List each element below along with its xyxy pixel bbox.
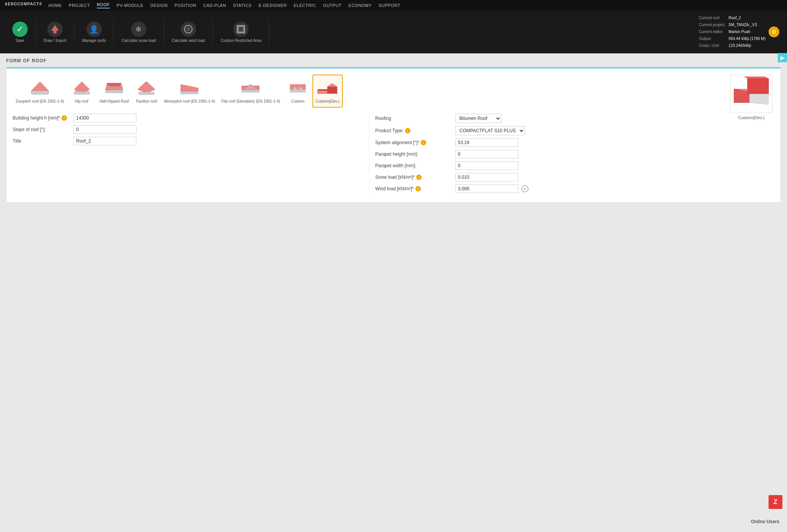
svg-marker-13 <box>138 81 155 93</box>
top-navigation: AEROCOMPACT® HOME PROJECT ROOF PV-MODULE… <box>0 0 787 11</box>
draw-import-button[interactable]: Draw / Import <box>36 19 75 45</box>
svg-marker-27 <box>327 83 337 86</box>
svg-rect-23 <box>299 87 302 89</box>
snow-load-input[interactable] <box>455 173 518 181</box>
roof-type-custom-elev[interactable]: Custom(Elev.) <box>312 75 343 108</box>
custom-restricted-area-label: Custom Restricted Area <box>221 38 261 43</box>
building-height-row: Building height h [mm]* i <box>13 114 360 122</box>
hip-label: Hip roof <box>75 99 88 104</box>
parapet-width-label: Parapet width [mm]: <box>375 163 452 168</box>
nav-output[interactable]: OUTPUT <box>323 3 342 8</box>
title-input[interactable] <box>73 137 136 145</box>
manage-roofs-button[interactable]: 👤 Manage roofs <box>75 19 114 45</box>
svg-rect-20 <box>290 85 306 90</box>
parapet-width-row: Parapet width [mm]: <box>375 161 722 170</box>
duopitch-label: Duopitch roof (EN 1991-1-4) <box>16 99 64 104</box>
save-icon: ✓ <box>12 22 28 37</box>
title-label: Title <box>13 138 70 144</box>
info-panel: Current roof Current project: Current ed… <box>696 13 782 51</box>
roof-type-flat[interactable]: Flat roof (Elevation) (EN 1991-1-4) <box>218 75 283 108</box>
svg-marker-35 <box>747 78 769 94</box>
nav-roof[interactable]: ROOF <box>97 2 110 8</box>
wind-load-input[interactable] <box>455 185 518 193</box>
flat-label: Flat roof (Elevation) (EN 1991-1-4) <box>221 99 280 104</box>
monopitch-label: Monopitch roof (EN 1991-1-4) <box>164 99 215 104</box>
nav-economy[interactable]: ECONOMY <box>349 3 372 8</box>
roofing-label: Roofing <box>375 116 452 121</box>
flat-icon <box>239 78 262 98</box>
form-content: Building height h [mm]* i Slope of roof … <box>13 114 722 196</box>
left-panel: Duopitch roof (EN 1991-1-4) Hip roof <box>13 75 722 196</box>
settings-button[interactable]: ⚙ <box>769 27 779 37</box>
roof-type-hip[interactable]: Hip roof <box>67 75 96 108</box>
building-height-info-icon: i <box>61 115 67 121</box>
draw-import-label: Draw / Import <box>43 38 66 43</box>
parapet-width-input[interactable] <box>455 161 518 170</box>
roofing-select[interactable]: Bitumen Roof <box>455 114 501 123</box>
preview-label: Custom(Elev.) <box>738 115 765 120</box>
roof-types-row: Duopitch roof (EN 1991-1-4) Hip roof <box>13 75 722 108</box>
save-label: Save <box>16 38 25 43</box>
save-button[interactable]: ✓ Save <box>5 19 36 45</box>
custom-restricted-area-button[interactable]: Custom Restricted Area <box>213 19 269 45</box>
wind-load-row: Wind load [kN/m²]* i ✓ <box>375 185 722 193</box>
half-hipped-label: Half-Hipped Roof <box>100 99 129 104</box>
custom-restricted-area-icon <box>233 22 249 37</box>
product-type-select[interactable]: COMPACTFLAT S10 PLUS <box>455 126 525 135</box>
nav-edesigner[interactable]: E-DESIGNER <box>259 3 287 8</box>
nav-support[interactable]: SUPPORT <box>379 3 400 8</box>
building-height-input[interactable] <box>73 114 136 122</box>
brand-logo: AEROCOMPACT® <box>5 2 42 8</box>
page-content: FORM OF ROOF Duopitch roof (EN 1991-1-4) <box>0 53 787 207</box>
roofing-row: Roofing Bitumen Roof <box>375 114 722 123</box>
system-alignment-label: System alignment [°]* i <box>375 140 452 145</box>
calculate-wind-load-button[interactable]: Calculate wind load <box>164 19 213 45</box>
slope-of-roof-input[interactable] <box>73 125 136 134</box>
calculate-snow-load-label: Calculate snow load <box>121 38 156 43</box>
custom-icon <box>286 78 309 98</box>
nav-cadplan[interactable]: CAD-PLAN <box>203 3 226 8</box>
roof-preview-box <box>730 75 772 113</box>
parapet-height-input[interactable] <box>455 150 518 158</box>
svg-rect-12 <box>105 90 123 93</box>
nav-home[interactable]: HOME <box>48 3 62 8</box>
wind-load-check-button[interactable]: ✓ <box>521 185 528 192</box>
nav-project[interactable]: PROJECT <box>69 3 90 8</box>
building-height-label: Building height h [mm]* i <box>13 115 70 121</box>
product-type-info-icon: i <box>405 128 410 133</box>
main-card: Duopitch roof (EN 1991-1-4) Hip roof <box>6 67 781 203</box>
collapse-arrow-button[interactable]: ▶ <box>778 53 787 62</box>
system-alignment-input[interactable] <box>455 138 518 147</box>
nav-electric[interactable]: ELECTRIC <box>294 3 316 8</box>
svg-rect-5 <box>239 27 243 32</box>
nav-design[interactable]: DESIGN <box>150 3 168 8</box>
right-form: Roofing Bitumen Roof Product Type: i COM… <box>369 114 722 196</box>
nav-links: HOME PROJECT ROOF PV-MODULE DESIGN POSIT… <box>48 2 400 8</box>
roof-type-custom[interactable]: Custom <box>283 75 312 108</box>
pavilion-label: Pavilion roof <box>136 99 157 104</box>
z-button[interactable]: Z <box>769 495 782 509</box>
roof-type-duopitch[interactable]: Duopitch roof (EN 1991-1-4) <box>13 75 67 108</box>
custom-elev-preview-svg <box>732 76 770 111</box>
online-users: Online Users <box>751 519 779 524</box>
toolbar: ✓ Save Draw / Import 👤 Manage roofs ❄ Ca… <box>0 11 787 53</box>
roof-type-monopitch[interactable]: Monopitch roof (EN 1991-1-4) <box>161 75 218 108</box>
roof-type-half-hipped[interactable]: Half-Hipped Roof <box>96 75 132 108</box>
calculate-wind-load-icon <box>181 22 196 37</box>
roof-type-pavilion[interactable]: Pavilion roof <box>132 75 161 108</box>
svg-marker-36 <box>744 76 769 78</box>
nav-statics[interactable]: STATICS <box>233 3 251 8</box>
snow-load-label: Snow load [kN/m²]* i <box>375 175 452 180</box>
calculate-snow-load-button[interactable]: ❄ Calculate snow load <box>114 19 164 45</box>
parapet-height-label: Parapet height [mm]: <box>375 151 452 157</box>
svg-point-3 <box>186 27 190 31</box>
svg-rect-25 <box>327 86 337 93</box>
svg-marker-11 <box>107 83 121 86</box>
nav-position[interactable]: POSITION <box>174 3 196 8</box>
custom-label: Custom <box>291 99 304 104</box>
svg-marker-15 <box>181 85 198 91</box>
nav-pvmodule[interactable]: PV-MODULE <box>117 3 143 8</box>
slope-of-roof-row: Slope of roof [°]: <box>13 125 360 134</box>
calculate-snow-load-icon: ❄ <box>131 22 146 37</box>
wind-load-info-icon: i <box>415 186 421 191</box>
